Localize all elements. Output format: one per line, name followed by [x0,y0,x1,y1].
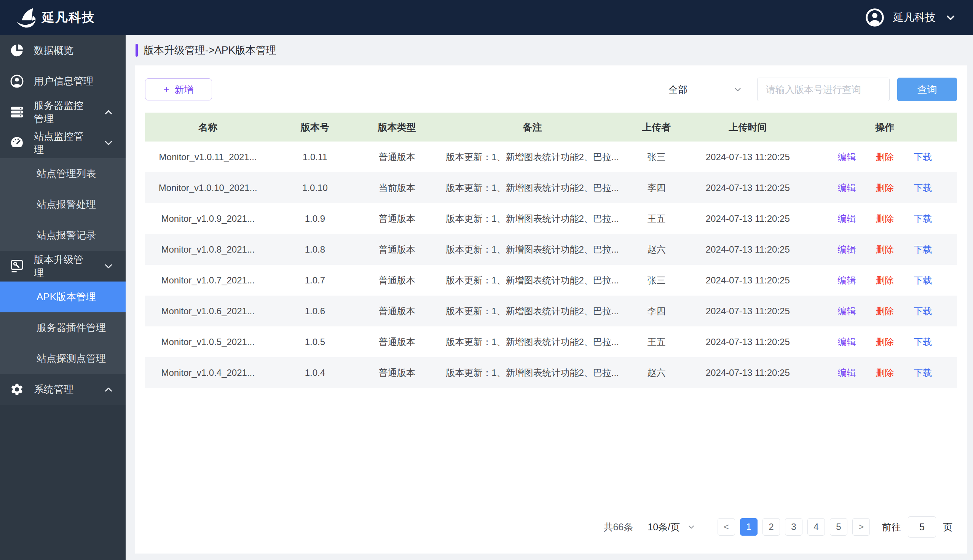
sidebar-submenu: 站点管理列表站点报警处理站点报警记录 [0,158,126,251]
edit-link[interactable]: 编辑 [838,336,856,348]
download-link[interactable]: 下载 [914,151,932,163]
name-cell: Monitor_v1.0.9_2021... [145,213,270,224]
table-row: Monitor_v1.0.6_2021...1.0.6普通版本版本更新：1、新增… [145,296,957,327]
download-link[interactable]: 下载 [914,243,932,256]
type-cell: 普通版本 [359,336,435,348]
page-button[interactable]: 2 [763,518,780,536]
uploader-cell: 赵六 [630,243,683,256]
sidebar-subitem[interactable]: 站点报警处理 [0,189,126,220]
sidebar-item-label: 用户信息管理 [34,75,114,88]
breadcrumb-text: 版本升级管理->APK版本管理 [144,43,276,57]
actions-cell: 编辑删除下载 [813,182,957,194]
delete-link[interactable]: 删除 [876,305,894,317]
page-button[interactable]: 5 [830,518,847,536]
goto-page: 前往 页 [882,516,953,538]
total-count: 共66条 [603,521,633,533]
delete-link[interactable]: 删除 [876,336,894,348]
table-row: Monitor_v1.0.7_2021...1.0.7普通版本版本更新：1、新增… [145,265,957,296]
sidebar: 数据概览用户信息管理服务器监控管理站点监控管理站点管理列表站点报警处理站点报警记… [0,35,126,560]
main-area: 版本升级管理->APK版本管理 + 新增 全部 查询 [126,35,973,560]
type-cell: 当前版本 [359,182,435,194]
edit-link[interactable]: 编辑 [838,305,856,317]
time-cell: 2024-07-13 11:20:25 [683,368,813,378]
edit-link[interactable]: 编辑 [838,213,856,225]
time-cell: 2024-07-13 11:20:25 [683,306,813,317]
delete-link[interactable]: 删除 [876,151,894,163]
version-table: 名称版本号版本类型备注上传者上传时间操作 Monitor_v1.0.11_202… [145,113,957,388]
edit-link[interactable]: 编辑 [838,182,856,194]
chevron-down-icon[interactable] [944,11,957,24]
goto-page-input[interactable] [908,516,936,538]
table-row: Monitor_v1.0.11_2021...1.0.11普通版本版本更新：1、… [145,142,957,172]
sidebar-item-label: 系统管理 [34,383,93,396]
time-cell: 2024-07-13 11:20:25 [683,337,813,347]
download-link[interactable]: 下载 [914,182,932,194]
add-button[interactable]: + 新增 [145,78,212,100]
name-cell: Monitor_v1.0.10_2021... [145,183,270,193]
sidebar-item-label: 站点监控管理 [34,130,93,157]
sidebar-submenu: APK版本管理服务器插件管理站点探测点管理 [0,282,126,374]
type-cell: 普通版本 [359,151,435,163]
sidebar-item[interactable]: 数据概览 [0,35,126,66]
column-header: 上传时间 [683,121,813,133]
download-link[interactable]: 下载 [914,274,932,287]
sidebar-item[interactable]: 用户信息管理 [0,66,126,97]
sidebar-item[interactable]: 服务器监控管理 [0,97,126,127]
chevron-down-icon [687,522,696,532]
table-row: Monitor_v1.0.4_2021...1.0.4普通版本版本更新：1、新增… [145,357,957,388]
sidebar-item[interactable]: 版本升级管理 [0,251,126,282]
user-icon [10,74,24,88]
edit-link[interactable]: 编辑 [838,151,856,163]
sidebar-item[interactable]: 站点监控管理 [0,127,126,158]
edit-link[interactable]: 编辑 [838,274,856,287]
sidebar-subitem[interactable]: 站点探测点管理 [0,343,126,374]
edit-link[interactable]: 编辑 [838,243,856,256]
gauge-icon [10,136,24,150]
sidebar-subitem[interactable]: 站点管理列表 [0,158,126,189]
page-button[interactable]: 4 [808,518,825,536]
download-link[interactable]: 下载 [914,367,932,379]
toolbox-icon [10,259,24,273]
uploader-cell: 李四 [630,305,683,317]
time-cell: 2024-07-13 11:20:25 [683,275,813,286]
add-button-label: 新增 [174,83,194,96]
pie-chart-icon [10,43,24,57]
sidebar-item[interactable]: 系统管理 [0,374,126,405]
time-cell: 2024-07-13 11:20:25 [683,152,813,162]
download-link[interactable]: 下载 [914,213,932,225]
page-button[interactable]: 3 [785,518,803,536]
version-type-select-value: 全部 [668,83,688,96]
sidebar-menu: 数据概览用户信息管理服务器监控管理站点监控管理站点管理列表站点报警处理站点报警记… [0,35,126,405]
query-button[interactable]: 查询 [897,78,957,101]
search-input[interactable] [757,78,890,101]
name-cell: Monitor_v1.0.5_2021... [145,337,270,347]
column-header: 版本类型 [359,121,435,133]
table-row: Monitor_v1.0.9_2021...1.0.9普通版本版本更新：1、新增… [145,203,957,234]
version-cell: 1.0.11 [270,152,359,162]
sidebar-subitem[interactable]: 站点报警记录 [0,220,126,251]
table-header-row: 名称版本号版本类型备注上传者上传时间操作 [145,113,957,142]
remark-cell: 版本更新：1、新增图表统计功能2、巴拉... [435,151,631,163]
sidebar-item-label: 版本升级管理 [34,253,93,280]
gear-icon [10,382,24,397]
delete-link[interactable]: 删除 [876,182,894,194]
page-size-select[interactable]: 10条/页 [648,521,696,533]
delete-link[interactable]: 删除 [876,213,894,225]
user-menu[interactable]: 延凡科技 [865,8,957,27]
delete-link[interactable]: 删除 [876,367,894,379]
delete-link[interactable]: 删除 [876,274,894,287]
table-row: Monitor_v1.0.10_2021...1.0.10当前版本版本更新：1、… [145,172,957,203]
sidebar-subitem[interactable]: 服务器插件管理 [0,312,126,343]
sailboat-logo-icon [15,7,37,28]
time-cell: 2024-07-13 11:20:25 [683,213,813,224]
avatar-icon[interactable] [865,8,885,27]
delete-link[interactable]: 删除 [876,243,894,256]
edit-link[interactable]: 编辑 [838,367,856,379]
version-type-select[interactable]: 全部 [668,83,743,96]
next-page-button[interactable]: > [852,518,870,536]
download-link[interactable]: 下载 [914,336,932,348]
prev-page-button[interactable]: < [718,518,735,536]
page-button[interactable]: 1 [740,518,758,536]
sidebar-subitem[interactable]: APK版本管理 [0,282,126,312]
download-link[interactable]: 下载 [914,305,932,317]
